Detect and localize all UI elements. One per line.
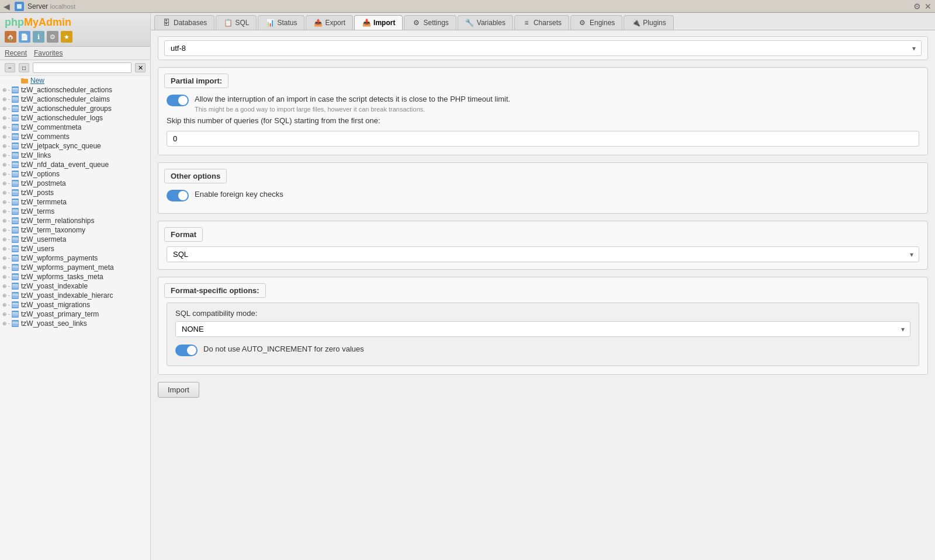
interrupt-toggle[interactable] bbox=[167, 95, 189, 106]
table-row[interactable]: ⊕ - tzW_actionscheduler_groups bbox=[0, 104, 150, 113]
table-row[interactable]: ⊕ - tzW_yoast_seo_links bbox=[0, 319, 150, 328]
table-row[interactable]: ⊕ - tzW_options bbox=[0, 169, 150, 179]
compat-select[interactable]: NONE ANSI DB2 MAXDB MYSQL323 MYSQL40 MSS… bbox=[175, 321, 910, 337]
doc-icon[interactable]: 📄 bbox=[19, 31, 30, 43]
svg-rect-50 bbox=[12, 194, 18, 195]
tab-charsets[interactable]: ≡ Charsets bbox=[514, 15, 569, 30]
table-row[interactable]: ⊕ - tzW_actionscheduler_actions bbox=[0, 85, 150, 95]
tab-engines[interactable]: ⚙ Engines bbox=[570, 15, 622, 30]
svg-rect-9 bbox=[12, 99, 18, 100]
filter-clear-button[interactable]: ✕ bbox=[135, 63, 146, 72]
charset-select[interactable]: utf-8 utf-16 latin1 utf8mb4 bbox=[164, 40, 922, 56]
table-row[interactable]: ⊕ - tzW_wpforms_tasks_meta bbox=[0, 272, 150, 281]
tab-import[interactable]: 📥 Import bbox=[354, 15, 403, 30]
filter-input[interactable] bbox=[33, 62, 131, 73]
table-row[interactable]: ⊕ - tzW_terms bbox=[0, 207, 150, 216]
import-button[interactable]: Import bbox=[158, 382, 199, 398]
expand-all-button[interactable]: □ bbox=[19, 63, 29, 72]
settings-control-icon[interactable]: ⚙ bbox=[913, 2, 921, 11]
info-icon[interactable]: ℹ bbox=[33, 31, 44, 43]
foreign-key-label: Enable foreign key checks bbox=[195, 189, 283, 200]
table-row[interactable]: ⊕ - tzW_jetpack_sync_queue bbox=[0, 141, 150, 151]
skip-number-input[interactable] bbox=[167, 131, 919, 147]
favorites-link[interactable]: Favorites bbox=[34, 49, 63, 57]
table-row[interactable]: ⊕ - tzW_posts bbox=[0, 188, 150, 197]
star-icon[interactable]: ★ bbox=[61, 31, 72, 43]
table-row[interactable]: ⊕ - tzW_comments bbox=[0, 132, 150, 141]
new-item-label[interactable]: New bbox=[30, 76, 44, 85]
svg-rect-25 bbox=[12, 137, 18, 138]
table-row[interactable]: ⊕ - tzW_users bbox=[0, 244, 150, 253]
format-specific-title: Format-specific options: bbox=[164, 283, 266, 298]
table-icon bbox=[11, 124, 20, 131]
expand-icon: ⊕ - bbox=[2, 227, 11, 233]
interrupt-label: Allow the interruption of an import in c… bbox=[195, 94, 510, 105]
svg-rect-30 bbox=[12, 147, 18, 148]
svg-rect-73 bbox=[12, 249, 18, 250]
svg-rect-86 bbox=[12, 278, 18, 279]
table-row[interactable]: ⊕ - tzW_wpforms_payment_meta bbox=[0, 263, 150, 272]
tab-status[interactable]: 📊 Status bbox=[258, 15, 304, 30]
foreign-key-toggle[interactable] bbox=[167, 190, 189, 201]
svg-rect-17 bbox=[12, 118, 18, 119]
table-name: tzW_yoast_indexable bbox=[21, 282, 88, 290]
format-select[interactable]: SQL CSV JSON XML bbox=[167, 246, 919, 262]
tab-plugins[interactable]: 🔌 Plugins bbox=[624, 15, 673, 30]
svg-rect-65 bbox=[12, 230, 18, 231]
table-row[interactable]: ⊕ - tzW_usermeta bbox=[0, 235, 150, 244]
svg-rect-64 bbox=[12, 228, 18, 229]
tab-variables[interactable]: 🔧 Variables bbox=[458, 15, 513, 30]
svg-rect-76 bbox=[12, 256, 18, 258]
partial-import-title: Partial import: bbox=[164, 74, 228, 88]
table-row[interactable]: ⊕ - tzW_yoast_indexable bbox=[0, 281, 150, 291]
other-options-section: Other options Enable foreign key checks bbox=[158, 162, 928, 214]
table-row[interactable]: ⊕ - tzW_nfd_data_event_queue bbox=[0, 160, 150, 169]
collapse-all-button[interactable]: − bbox=[5, 63, 15, 72]
interrupt-toggle-row: Allow the interruption of an import in c… bbox=[167, 94, 919, 113]
tab-settings[interactable]: ⚙ Settings bbox=[404, 15, 456, 30]
svg-rect-98 bbox=[12, 306, 18, 307]
tab-export[interactable]: 📤 Export bbox=[306, 15, 353, 30]
sidebar: phpMyAdmin 🏠 📄 ℹ ⚙ ★ Recent Favorites − … bbox=[0, 13, 151, 560]
close-control-icon[interactable]: ✕ bbox=[924, 2, 931, 11]
table-row[interactable]: ⊕ - tzW_term_relationships bbox=[0, 216, 150, 225]
svg-rect-2 bbox=[21, 78, 24, 79]
settings-icon[interactable]: ⚙ bbox=[47, 31, 58, 43]
table-row[interactable]: ⊕ - tzW_yoast_indexable_hierarc bbox=[0, 291, 150, 300]
svg-rect-10 bbox=[12, 100, 18, 102]
table-row[interactable]: ⊕ - tzW_wpforms_payments bbox=[0, 253, 150, 263]
auto-increment-toggle[interactable] bbox=[175, 345, 198, 356]
expand-icon: ⊕ - bbox=[2, 162, 11, 168]
table-row[interactable]: ⊕ - tzW_actionscheduler_logs bbox=[0, 113, 150, 123]
table-row[interactable]: ⊕ - tzW_yoast_migrations bbox=[0, 300, 150, 309]
svg-rect-13 bbox=[12, 109, 18, 110]
server-name: localhost bbox=[50, 3, 75, 10]
table-row[interactable]: ⊕ - tzW_yoast_primary_term bbox=[0, 309, 150, 319]
table-row[interactable]: ⊕ - tzW_links bbox=[0, 151, 150, 160]
svg-rect-93 bbox=[12, 295, 18, 297]
table-icon bbox=[11, 255, 20, 262]
table-row[interactable]: ⊕ - tzW_actionscheduler_claims bbox=[0, 95, 150, 104]
window-title: Server localhost bbox=[27, 2, 75, 11]
svg-rect-24 bbox=[12, 135, 18, 136]
table-row[interactable]: ⊕ - tzW_term_taxonomy bbox=[0, 225, 150, 235]
svg-rect-14 bbox=[12, 110, 18, 111]
svg-rect-33 bbox=[12, 155, 18, 156]
table-row[interactable]: ⊕ - tzW_postmeta bbox=[0, 179, 150, 188]
svg-rect-28 bbox=[12, 144, 18, 145]
partial-import-section: Partial import: Allow the interruption o… bbox=[158, 67, 928, 155]
svg-rect-82 bbox=[12, 269, 18, 270]
recent-link[interactable]: Recent bbox=[5, 49, 27, 57]
back-button[interactable]: ◀ bbox=[4, 2, 10, 11]
window-icon bbox=[15, 2, 24, 11]
table-row[interactable]: ⊕ - tzW_commentmeta bbox=[0, 123, 150, 132]
format-title: Format bbox=[164, 227, 203, 242]
table-name: tzW_nfd_data_event_queue bbox=[21, 161, 109, 169]
tab-sql[interactable]: 📋 SQL bbox=[216, 15, 257, 30]
svg-rect-104 bbox=[12, 322, 18, 323]
table-row[interactable]: ⊕ - tzW_termmeta bbox=[0, 197, 150, 207]
tab-databases[interactable]: 🗄 Databases bbox=[154, 15, 214, 30]
new-database-item[interactable]: New bbox=[0, 76, 150, 85]
home-icon[interactable]: 🏠 bbox=[5, 31, 16, 43]
expand-icon: ⊕ - bbox=[2, 134, 11, 140]
